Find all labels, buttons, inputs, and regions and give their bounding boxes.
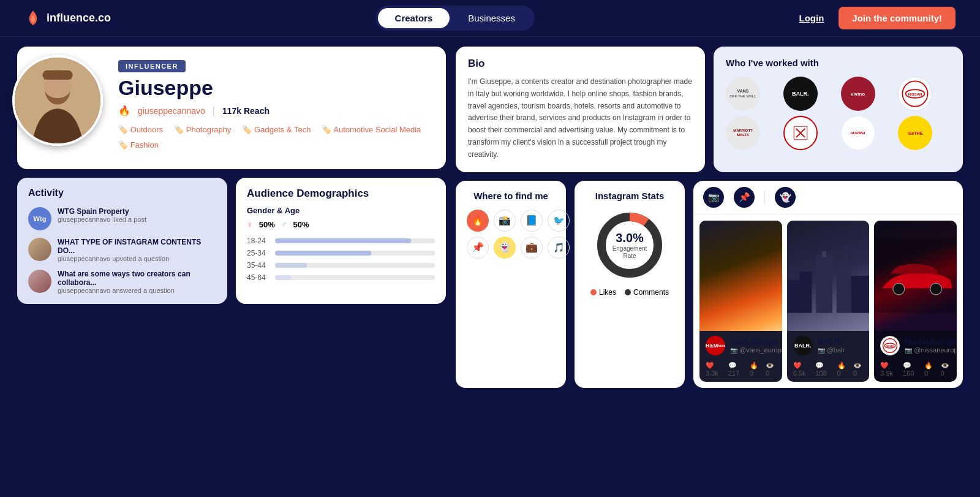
tab-businesses[interactable]: Businesses [451, 8, 532, 28]
profile-card: INFLUENCER Giuseppe 🔥 giuseppecannavo | … [17, 47, 446, 169]
activity-desc-2: giuseppecannavo answered a question [58, 287, 216, 294]
tag-automotive[interactable]: 🏷️ Automotive Social Media [322, 125, 421, 134]
social-tiktok-icon[interactable]: 🎵 [548, 237, 570, 259]
influencer-badge: INFLUENCER [118, 60, 186, 72]
ig-post-brand-1: BALR. BALR. 📷 @balr [787, 331, 870, 360]
activity-title: Activity [28, 188, 216, 199]
ig-legend: Likes Comments [586, 288, 674, 297]
brand-vans: VANSOFF THE WALL [726, 77, 760, 111]
brand-logo-hm: H&Mkids [706, 336, 725, 355]
feed-tab-instagram[interactable]: 📷 [703, 187, 724, 208]
bottom-right-row: Where to find me 🔥 📸 📘 🐦 📌 👻 💼 🎵 [456, 181, 963, 388]
bio-card: Bio I'm Giuseppe, a contents creator and… [456, 47, 705, 172]
ig-post-brand-2: NISSAN NissanEurope 📷 @nissaneurope [874, 331, 957, 360]
brand-marriott: MARRIOTTMALTA [726, 116, 760, 150]
post-brand-name-2: NissanEurope [905, 337, 957, 346]
nissan-small-logo: NISSAN [881, 337, 899, 354]
activity-card: Activity Wtg WTG Spain Property giuseppe… [17, 178, 227, 304]
age-bar-bg-0 [275, 238, 435, 243]
social-linkedin-icon[interactable]: 💼 [521, 237, 543, 259]
comments-legend: Comments [625, 288, 669, 297]
post-brand-handle-0: 📷 @vans_europe [730, 346, 782, 354]
likes-legend: Likes [590, 288, 616, 297]
social-facebook-icon[interactable]: 📘 [521, 210, 543, 232]
social-twitter-icon[interactable]: 🐦 [548, 210, 570, 232]
ig-post-2: NISSAN NissanEurope 📷 @nissaneurope [874, 221, 957, 382]
tab-divider [764, 191, 765, 204]
age-bar-bg-2 [275, 263, 435, 268]
feed-tab-snapchat[interactable]: 👻 [775, 187, 796, 208]
engagement-label: Engagement Rate [611, 245, 648, 259]
activity-avatar-0: Wtg [28, 207, 51, 230]
profile-handle: giuseppecannavo [138, 106, 205, 116]
bio-title: Bio [468, 58, 693, 70]
activity-avatar-2 [28, 270, 51, 293]
donut-chart: 3.0% Engagement Rate [593, 208, 666, 282]
likes-dot [590, 289, 597, 295]
age-bar-18-24: 18-24 [247, 237, 435, 245]
tag-fashion[interactable]: 🏷️ Fashion [118, 140, 159, 150]
svg-rect-13 [787, 279, 799, 313]
tab-creators[interactable]: Creators [378, 8, 450, 28]
ig-feed-card: 📷 📌 👻 H&Mkids Vans Euro [693, 181, 963, 388]
social-snapchat-icon[interactable]: 👻 [494, 237, 516, 259]
donut-center: 3.0% Engagement Rate [611, 230, 648, 259]
activity-name-1: WHAT TYPE OF INSTAGRAM CONTENTS DO... [58, 238, 216, 255]
social-pinterest-icon[interactable]: 📌 [467, 237, 489, 259]
svg-rect-11 [799, 271, 812, 313]
post-stats-2: ❤️ 3.9k 💬 160 🔥 0 👁️ 0 [874, 360, 957, 382]
gender-age-label: Gender & Age [247, 206, 435, 215]
login-link[interactable]: Login [799, 13, 824, 23]
social-icons: 🔥 📸 📘 🐦 📌 👻 💼 🎵 [467, 210, 555, 259]
worked-with-title: Who I've worked with [726, 58, 951, 68]
ig-stats-card: Instagram Stats 3.0% Engagement Rate [575, 181, 685, 388]
profile-reach: 117k Reach [222, 106, 270, 116]
car-svg [874, 221, 957, 331]
age-label-1: 25-34 [247, 249, 270, 257]
tag-outdoors[interactable]: 🏷️ Outdoors [118, 125, 163, 134]
find-me-card: Where to find me 🔥 📸 📘 🐦 📌 👻 💼 🎵 [456, 181, 566, 388]
activity-name-0: WTG Spain Property [58, 207, 146, 216]
svg-point-18 [893, 283, 905, 295]
ig-posts-grid: H&Mkids Vans Europe 📷 @vans_europe [693, 214, 963, 388]
worked-with-card: Who I've worked with VANSOFF THE WALL BA… [714, 47, 963, 172]
post-stats-1: ❤️ 6.5k 💬 108 🔥 0 👁️ 0 [787, 360, 870, 382]
bio-text: I'm Giuseppe, a contents creator and des… [468, 76, 693, 161]
svg-rect-12 [836, 263, 851, 313]
activity-desc-0: giuseppecannavo liked a post [58, 216, 146, 223]
tag-gadgets[interactable]: 🏷️ Gadgets & Tech [242, 125, 311, 134]
brand-logo[interactable]: influence.co [24, 10, 111, 27]
navbar-right: Login Join the community! [799, 7, 956, 29]
ig-stats-title: Instagram Stats [586, 191, 674, 201]
ig-post-0: H&Mkids Vans Europe 📷 @vans_europe [699, 221, 782, 382]
lower-left: Activity Wtg WTG Spain Property giuseppe… [17, 178, 446, 304]
nissan-logo: NISSAN [900, 79, 930, 108]
social-flame-icon[interactable]: 🔥 [467, 210, 489, 232]
likes-label: Likes [599, 288, 616, 297]
comments-dot [625, 289, 631, 295]
tag-photography[interactable]: 🏷️ Photography [174, 125, 231, 134]
brand-vivino: vivino [841, 77, 875, 111]
svg-text:NISSAN: NISSAN [908, 93, 922, 96]
city-svg [787, 221, 870, 331]
demographics-title: Audience Demographics [247, 188, 435, 200]
age-bar-bg-3 [275, 275, 435, 280]
male-icon: ♂ [281, 220, 287, 229]
svg-rect-15 [822, 251, 826, 257]
brand-logo-balr: BALR. [793, 336, 813, 355]
join-button[interactable]: Join the community! [839, 7, 956, 29]
right-column: Bio I'm Giuseppe, a contents creator and… [456, 47, 963, 388]
activity-item-0: Wtg WTG Spain Property giuseppecannavo l… [28, 207, 216, 230]
post-stats-0: ❤️ 3.3k 💬 217 🔥 0 👁️ 0 [699, 360, 782, 382]
feed-tab-pinterest[interactable]: 📌 [734, 187, 755, 208]
activity-item-2: What are some ways two creators can coll… [28, 270, 216, 294]
activity-name-2: What are some ways two creators can coll… [58, 270, 216, 287]
female-pct: 50% [259, 220, 275, 229]
brand-nissan: NISSAN [898, 77, 932, 111]
age-bar-45-64: 45-64 [247, 273, 435, 282]
main-content: INFLUENCER Giuseppe 🔥 giuseppecannavo | … [0, 37, 980, 398]
brand-logo-nissan: NISSAN [880, 336, 900, 355]
activity-avatar-1 [28, 238, 51, 261]
social-instagram-icon[interactable]: 📸 [494, 210, 516, 232]
engagement-pct: 3.0% [611, 230, 648, 245]
